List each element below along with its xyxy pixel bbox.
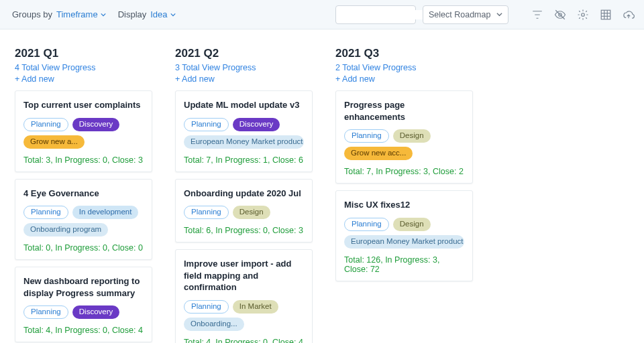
card-title: New dashboard reporting to display Progr… xyxy=(23,275,144,299)
visibility-off-icon[interactable] xyxy=(554,9,566,21)
view-progress-link[interactable]: View Progress xyxy=(362,63,416,72)
card[interactable]: Misc UX fixes12PlanningDesignEuropean Mo… xyxy=(335,190,473,281)
tag[interactable]: Planning xyxy=(184,118,229,131)
card-tags: PlanningDesignEuropean Money Market prod… xyxy=(344,218,464,249)
card-stats: Total: 0, In Progress: 0, Close: 0 xyxy=(23,243,144,253)
card-tags: PlanningDiscovery xyxy=(23,305,144,319)
tag[interactable]: Planning xyxy=(23,305,68,319)
card-title: 4 Eye Governance xyxy=(23,188,144,200)
toolbar-icons xyxy=(531,9,635,21)
chevron-down-icon xyxy=(496,11,502,17)
tag[interactable]: Planning xyxy=(344,129,389,143)
column-meta: 3 Total View Progress xyxy=(175,63,313,72)
svg-rect-5 xyxy=(601,10,610,19)
tag[interactable]: Planning xyxy=(184,300,229,314)
gear-icon[interactable] xyxy=(577,9,589,21)
tag[interactable]: European Money Market product xyxy=(184,135,304,149)
card[interactable]: Onboarding update 2020 JulPlanningDesign… xyxy=(175,179,313,243)
tag[interactable]: Design xyxy=(233,206,270,219)
tag[interactable]: European Money Market product xyxy=(344,235,464,249)
tag[interactable]: Discovery xyxy=(233,118,280,131)
card-stats: Total: 4, In Progress: 0, Close: 4 xyxy=(184,338,304,343)
display-dropdown[interactable]: Idea xyxy=(150,9,175,19)
chevron-down-icon xyxy=(101,12,106,17)
topbar: Groups by Timeframe Display Idea Select … xyxy=(0,0,644,29)
column-meta: 4 Total View Progress xyxy=(15,63,152,72)
card-stats: Total: 3, In Progress: 0, Close: 3 xyxy=(23,155,144,165)
tag[interactable]: Design xyxy=(393,129,431,143)
tag[interactable]: Grow new a... xyxy=(23,135,85,149)
tag[interactable]: Onboarding program xyxy=(23,223,108,236)
filter-icon[interactable] xyxy=(531,9,543,21)
card[interactable]: New dashboard reporting to display Progr… xyxy=(15,267,152,342)
display-value: Idea xyxy=(150,9,167,19)
card-title: Misc UX fixes12 xyxy=(344,199,464,211)
card[interactable]: Progress page enhancementsPlanningDesign… xyxy=(335,90,473,184)
groups-by-control: Groups by Timeframe xyxy=(12,9,106,19)
search-box[interactable] xyxy=(335,5,416,24)
column-total: 3 Total xyxy=(175,63,200,72)
column-total: 2 Total xyxy=(335,63,360,72)
column: 2021 Q23 Total View Progress+ Add newUpd… xyxy=(175,47,313,343)
card-stats: Total: 4, In Progress: 0, Close: 4 xyxy=(23,326,144,335)
card-title: Progress page enhancements xyxy=(344,99,464,123)
tag[interactable]: In development xyxy=(72,206,139,219)
svg-point-4 xyxy=(582,13,585,16)
select-roadmap-label: Select Roadmap xyxy=(429,10,490,19)
card-title: Top current user complaints xyxy=(23,99,144,111)
tag[interactable]: Onboarding... xyxy=(184,318,244,331)
card-title: Onboarding update 2020 Jul xyxy=(184,188,304,200)
card-tags: PlanningIn developmentOnboarding program xyxy=(23,206,144,236)
tag[interactable]: Grow new acc... xyxy=(344,147,413,160)
grid-icon[interactable] xyxy=(600,9,612,21)
tag[interactable]: Planning xyxy=(23,206,68,219)
tag[interactable]: Planning xyxy=(344,218,389,231)
column: 2021 Q14 Total View Progress+ Add newTop… xyxy=(15,47,152,343)
column: 2021 Q32 Total View Progress+ Add newPro… xyxy=(335,47,473,288)
column-title: 2021 Q2 xyxy=(175,47,313,60)
card-stats: Total: 7, In Progress: 3, Close: 2 xyxy=(344,167,464,176)
column-total: 4 Total xyxy=(15,63,40,72)
groups-by-label: Groups by xyxy=(12,9,52,19)
card-stats: Total: 126, In Progress: 3, Close: 72 xyxy=(344,255,464,274)
view-progress-link[interactable]: View Progress xyxy=(42,63,95,72)
tag[interactable]: Planning xyxy=(184,206,229,219)
add-new-button[interactable]: + Add new xyxy=(335,74,375,84)
add-new-button[interactable]: + Add new xyxy=(175,74,215,84)
card[interactable]: Improve user import - add field mapping … xyxy=(175,249,313,343)
tag[interactable]: Discovery xyxy=(72,305,119,319)
groups-by-dropdown[interactable]: Timeframe xyxy=(56,9,106,19)
card-tags: PlanningDesignGrow new acc... xyxy=(344,129,464,160)
cloud-upload-icon[interactable] xyxy=(623,9,635,21)
board: 2021 Q14 Total View Progress+ Add newTop… xyxy=(0,29,644,343)
groups-by-value: Timeframe xyxy=(56,9,98,19)
tag[interactable]: Planning xyxy=(23,118,68,131)
tag[interactable]: In Market xyxy=(233,300,278,314)
column-title: 2021 Q3 xyxy=(335,47,473,60)
select-roadmap-dropdown[interactable]: Select Roadmap xyxy=(423,5,508,24)
column-title: 2021 Q1 xyxy=(15,47,152,60)
card[interactable]: Update ML model update v3PlanningDiscove… xyxy=(175,90,313,172)
card[interactable]: 4 Eye GovernancePlanningIn developmentOn… xyxy=(15,179,152,261)
tag[interactable]: Discovery xyxy=(72,118,119,131)
card-tags: PlanningDesign xyxy=(184,206,304,219)
display-label: Display xyxy=(118,9,147,19)
card-stats: Total: 7, In Progress: 1, Close: 6 xyxy=(184,155,304,165)
card-title: Improve user import - add field mapping … xyxy=(184,258,304,293)
column-meta: 2 Total View Progress xyxy=(335,63,473,72)
add-new-button[interactable]: + Add new xyxy=(15,74,54,84)
card-tags: PlanningIn MarketOnboarding... xyxy=(184,300,304,331)
card-tags: PlanningDiscoveryGrow new a... xyxy=(23,118,144,149)
card-title: Update ML model update v3 xyxy=(184,99,304,111)
tag[interactable]: Design xyxy=(393,218,431,231)
display-control: Display Idea xyxy=(118,9,176,19)
chevron-down-icon xyxy=(170,12,176,17)
card[interactable]: Top current user complaintsPlanningDisco… xyxy=(15,90,152,172)
card-tags: PlanningDiscoveryEuropean Money Market p… xyxy=(184,118,304,149)
card-stats: Total: 6, In Progress: 0, Close: 3 xyxy=(184,226,304,235)
view-progress-link[interactable]: View Progress xyxy=(202,63,256,72)
